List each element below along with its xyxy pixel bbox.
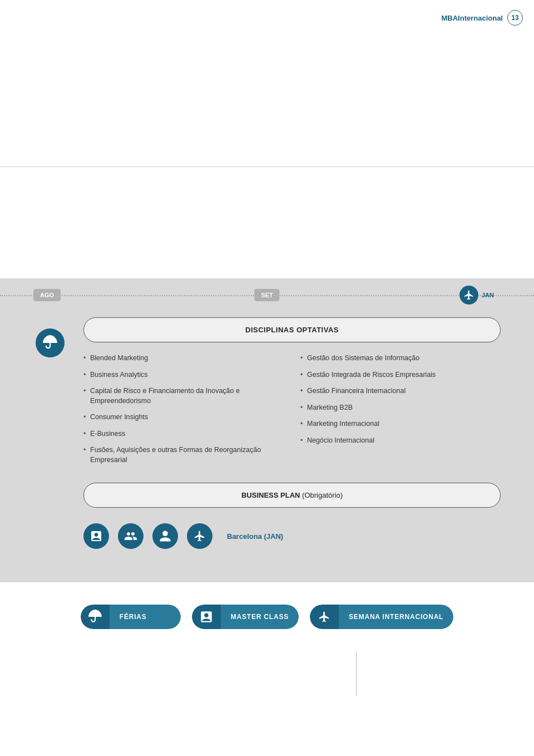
jan-label: JAN <box>482 292 494 298</box>
ago-badge: AGO <box>33 289 61 301</box>
legend-master-class: MASTER CLASS <box>192 605 299 629</box>
bottom-legend: FÉRIAS MASTER CLASS SEMANA INTERNACIONAL <box>0 582 534 640</box>
ferias-label: FÉRIAS <box>110 605 181 629</box>
umbrella-icon-circle <box>36 328 65 357</box>
presentation-icon-circle <box>83 523 109 549</box>
left-icon-area <box>33 317 67 357</box>
optativas-title: DISCIPLINAS OPTATIVAS <box>101 326 483 334</box>
logo-rest: Internacional <box>458 14 503 22</box>
second-white-section <box>0 167 534 278</box>
legend-ferias: FÉRIAS <box>81 605 181 629</box>
content-area: DISCIPLINAS OPTATIVAS Blended MarketingB… <box>0 312 534 560</box>
optativas-box: DISCIPLINAS OPTATIVAS <box>83 317 501 342</box>
business-plan-bold: BUSINESS PLAN <box>241 491 300 499</box>
group-icon-circle <box>118 523 144 549</box>
icons-row: Barcelona (JAN) <box>83 519 501 549</box>
master-class-icon <box>192 605 221 629</box>
list-item: Capital de Risco e Financiamento da Inov… <box>83 386 284 406</box>
set-badge: SET <box>254 289 279 301</box>
barcelona-label: Barcelona (JAN) <box>227 532 283 541</box>
list-item: Blended Marketing <box>83 354 284 364</box>
disciplinas-list: Blended MarketingBusiness AnalyticsCapit… <box>83 354 501 472</box>
header-bar: MBAInternacional 13 <box>441 10 523 26</box>
list-item: Consumer Insights <box>83 413 284 423</box>
list-item: Marketing B2B <box>300 403 501 413</box>
disciplinas-col2: Gestão dos Sistemas de InformaçãoGestão … <box>300 354 501 472</box>
list-item: Business Analytics <box>83 370 284 380</box>
list-item: E-Business <box>83 429 284 439</box>
list-item: Marketing Internacional <box>300 419 501 429</box>
business-plan-title: BUSINESS PLAN (Obrigatório) <box>101 491 483 499</box>
jan-plane-icon <box>459 286 478 305</box>
list-item: Gestão dos Sistemas de Informação <box>300 354 501 364</box>
ferias-icon <box>81 605 110 629</box>
person-icon-circle <box>152 523 178 549</box>
business-plan-box: BUSINESS PLAN (Obrigatório) <box>83 483 501 508</box>
jan-badge: JAN <box>453 283 501 307</box>
legend-semana: SEMANA INTERNACIONAL <box>310 605 453 629</box>
business-plan-rest: (Obrigatório) <box>300 491 343 499</box>
list-item: Negócio Internacional <box>300 436 501 446</box>
master-class-label: MASTER CLASS <box>221 605 299 629</box>
main-content: DISCIPLINAS OPTATIVAS Blended MarketingB… <box>83 317 501 549</box>
header-logo: MBAInternacional <box>441 14 503 22</box>
semana-label: SEMANA INTERNACIONAL <box>339 605 453 629</box>
list-item: Gestão Integrada de Riscos Empresariais <box>300 370 501 380</box>
disciplinas-col1: Blended MarketingBusiness AnalyticsCapit… <box>83 354 284 472</box>
page-number: 13 <box>507 10 523 26</box>
plane-icon-circle <box>187 523 212 549</box>
gray-main-section: AGO SET JAN DISC <box>0 278 534 582</box>
semana-icon <box>310 605 339 629</box>
divider-line <box>0 166 534 167</box>
top-white-section: MBAInternacional 13 <box>0 0 534 167</box>
bottom-line-section <box>0 640 534 696</box>
list-item: Fusões, Aquisições e outras Formas de Re… <box>83 445 284 465</box>
vertical-line <box>356 651 357 696</box>
list-item: Gestão Financeira Internacional <box>300 386 501 396</box>
timeline-row: AGO SET JAN <box>0 278 534 312</box>
logo-bold: MBA <box>441 14 458 22</box>
